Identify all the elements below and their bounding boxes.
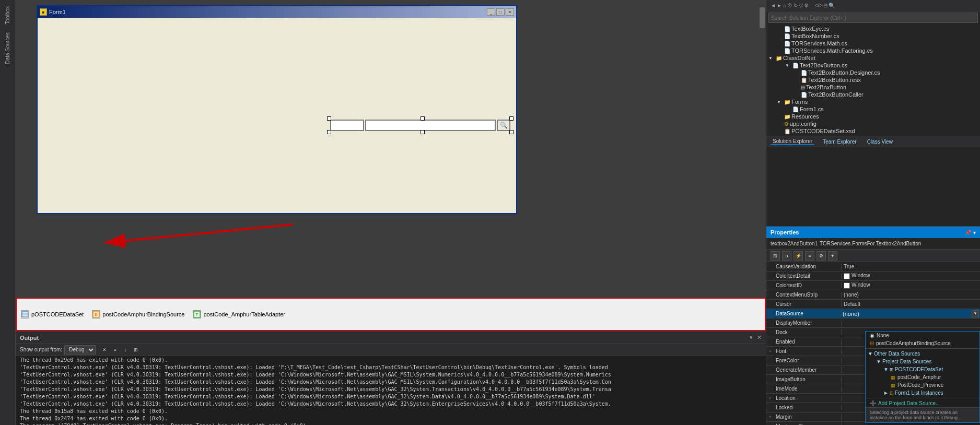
- se-home-icon[interactable]: ⌂: [783, 3, 786, 8]
- props-object-info: textbox2AndButton1 TORServices.FormsFor.…: [766, 238, 980, 250]
- search-icon: 🔍: [500, 122, 508, 129]
- datasource-dropdown-button[interactable]: ▼: [972, 310, 979, 317]
- project-sources-label: Project Data Sources: [882, 359, 932, 364]
- dropdown-none[interactable]: ◉ None: [866, 332, 979, 339]
- wrap-output-button[interactable]: ≡: [110, 345, 120, 355]
- solution-explorer-tab[interactable]: Solution Explorer: [771, 138, 814, 145]
- design-canvas: ■ Form1 _ □ ✕: [16, 0, 766, 298]
- prop-datasource[interactable]: DataSource (none) ▼: [766, 309, 980, 318]
- tree-item-text2boxbutton[interactable]: ▼ 📄 Text2BoxButton.cs: [768, 62, 978, 69]
- prop-colortext-detail[interactable]: ColortextDetail Window: [766, 271, 980, 281]
- tree-item-appconfig[interactable]: ⚙ app.config: [768, 120, 978, 127]
- datasource-dropdown-overlay: ◉ None ⊟ postCodeAmphurBindingSource ▼ O…: [865, 331, 980, 423]
- alpha-sort-button[interactable]: α: [782, 251, 791, 261]
- se-code-icon[interactable]: </>: [815, 3, 822, 8]
- prop-colortext-id[interactable]: ColortextID Window: [766, 281, 980, 290]
- postcode-amphur-label: postCode_Amphur: [897, 374, 941, 380]
- minimize-button[interactable]: _: [487, 8, 495, 16]
- se-properties-icon[interactable]: ⊟: [823, 3, 827, 8]
- class-view-tab[interactable]: Class View: [865, 139, 895, 145]
- scroll-output-button[interactable]: ↓: [121, 345, 130, 355]
- tree-item-form1[interactable]: 📄 Form1.cs: [768, 105, 978, 113]
- tree-item-postcodedata[interactable]: 📋 POSTCODEDataSet.xsd: [768, 127, 978, 135]
- textbox1-control[interactable]: [330, 120, 364, 131]
- data-sources-tab[interactable]: Data Sources: [3, 28, 13, 68]
- prop-display-member[interactable]: DisplayMember: [766, 318, 980, 328]
- close-output-icon[interactable]: ✕: [757, 334, 762, 341]
- pin-icon[interactable]: 📌: [965, 230, 971, 235]
- output-line: 'TextUserControl.vshost.exe' (CLR v4.0.3…: [20, 364, 762, 371]
- se-filter-icon[interactable]: ▽: [799, 3, 803, 8]
- form-titlebar: ■ Form1 _ □ ✕: [38, 6, 516, 18]
- binding-icon: ⊟: [870, 340, 874, 346]
- close-button[interactable]: ✕: [506, 8, 514, 16]
- clear-output-button[interactable]: ✕: [100, 345, 109, 355]
- tray-item-0[interactable]: pOSTCODEDataSet: [21, 310, 84, 318]
- se-forward-icon[interactable]: ►: [777, 3, 782, 8]
- tree-item-text2boxbutton-ctrl[interactable]: ⊞ Text2BoxButton: [768, 84, 978, 91]
- se-tabs: Solution Explorer Team Explorer Class Vi…: [766, 136, 980, 147]
- file-icon: 📄: [792, 63, 799, 68]
- se-clock-icon[interactable]: ⏱: [787, 3, 792, 8]
- solution-explorer: ◄ ► ⌂ ⏱ ↻ ▽ ⚙ </> ⊟ 🔍: [766, 0, 980, 227]
- other-sources-label: Other Data Sources: [874, 351, 920, 357]
- tree-label: Text2BoxButton: [806, 84, 846, 90]
- prop-name: ColortextID: [774, 282, 842, 288]
- dropdown-add-source[interactable]: ➕ Add Project Data Source...: [866, 399, 979, 407]
- output-toolbar: Show output from: Debug ✕ ≡ ↓ ⊞: [16, 344, 766, 356]
- postcode-province-label: PostCode_Province: [897, 382, 943, 388]
- prop-value: Window: [842, 282, 980, 288]
- tree-item-text2boxdesigner[interactable]: 📄 Text2BoxButton.Designer.cs: [768, 69, 978, 76]
- output-controls: ▾ ✕: [750, 334, 762, 341]
- tree-item-resources[interactable]: 📁 Resources: [768, 113, 978, 120]
- tray-item-1[interactable]: B postCodeAmphurBindingSource: [92, 310, 184, 318]
- tree-item-textboxnumber[interactable]: 📄 TextBoxNumber.cs: [768, 32, 978, 40]
- handle-tm: [421, 116, 425, 121]
- toolbox-tab[interactable]: Toolbox: [3, 2, 13, 28]
- prop-name: CausesValidation: [774, 264, 842, 269]
- team-explorer-tab[interactable]: Team Explorer: [821, 139, 858, 145]
- tree-item-text2boxbuttoncaller[interactable]: 📄 Text2BoxButtonCaller: [768, 91, 978, 98]
- binding-source-icon: B: [92, 310, 100, 318]
- se-search-icon[interactable]: 🔍: [829, 3, 835, 8]
- lightning-button[interactable]: ⚙: [816, 251, 826, 261]
- dropdown-postcode-province[interactable]: ▦ PostCode_Province: [866, 381, 979, 389]
- collapse-output-icon[interactable]: ▾: [750, 334, 753, 341]
- events-button[interactable]: ⚡: [794, 251, 803, 261]
- hint-text: Selecting a project data source creates …: [870, 410, 962, 420]
- se-back-icon[interactable]: ◄: [771, 3, 776, 8]
- search-button-control[interactable]: 🔍: [497, 120, 510, 131]
- output-source-select[interactable]: Debug: [64, 345, 96, 355]
- tree-item-forms[interactable]: ▼ 📁 Forms: [768, 98, 978, 105]
- tree-label: POSTCODEDataSet.xsd: [791, 128, 855, 134]
- dropdown-postcode-amphur[interactable]: ▦ postCode_Amphur: [866, 373, 979, 381]
- tree-item-textboxeye[interactable]: 📄 TextBoxEye.cs: [768, 25, 978, 32]
- prop-causes-validation[interactable]: CausesValidation True: [766, 262, 980, 271]
- tree-item-tormathfact[interactable]: 📄 TORServices.Math.Factoring.cs: [768, 47, 978, 54]
- maximize-button[interactable]: □: [496, 8, 505, 16]
- add-source-label: Add Project Data Source...: [878, 400, 940, 406]
- canvas-horizontal-scrollbar[interactable]: [16, 290, 759, 297]
- inner-controls: 🔍: [330, 120, 510, 131]
- tree-item-text2boxresx[interactable]: 📋 Text2BoxButton.resx: [768, 76, 978, 84]
- props-button[interactable]: ≡: [805, 251, 814, 261]
- table-icon: ▦: [891, 375, 895, 380]
- find-output-button[interactable]: ⊞: [131, 345, 141, 355]
- se-refresh-icon[interactable]: ↻: [794, 3, 798, 8]
- textbox2-control[interactable]: [365, 120, 496, 131]
- tree-item-tormath[interactable]: 📄 TORServices.Math.cs: [768, 40, 978, 47]
- prop-name: GenerateMember: [774, 367, 842, 373]
- prop-cursor[interactable]: Cursor Default: [766, 300, 980, 309]
- output-header: Output ▾ ✕: [16, 332, 766, 344]
- solution-search-input[interactable]: [768, 13, 978, 23]
- tray-item-2[interactable]: T postCode_AmphurTableAdapter: [193, 310, 285, 318]
- magic-button[interactable]: ✦: [828, 251, 837, 261]
- prop-context-menu[interactable]: ContextMenuStrip (none): [766, 290, 980, 300]
- tree-item-classdotnet[interactable]: ▼ 📁 ClassDotNet: [768, 54, 978, 62]
- dropdown-other-sources: ▼ Other Data Sources: [866, 350, 979, 358]
- canvas-vertical-scrollbar[interactable]: [759, 0, 766, 290]
- dropdown-binding-source[interactable]: ⊟ postCodeAmphurBindingSource: [866, 339, 979, 347]
- se-settings-icon[interactable]: ⚙: [804, 3, 809, 8]
- close-props-icon[interactable]: ▾: [973, 230, 976, 235]
- grid-view-button[interactable]: ⊞: [771, 251, 780, 261]
